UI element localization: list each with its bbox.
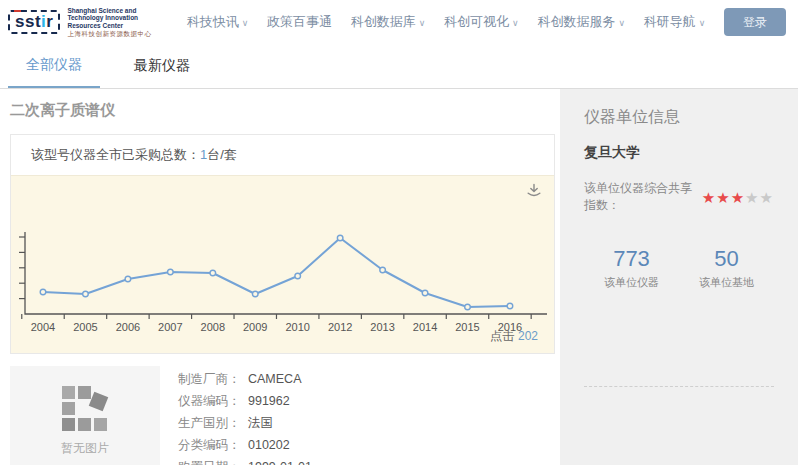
no-image-text: 暂无图片 xyxy=(61,440,109,457)
tagline-en-line3: Resources Center xyxy=(67,22,151,29)
stat-bases-value: 50 xyxy=(679,246,774,272)
detail-value: 991962 xyxy=(248,390,290,412)
chevron-down-icon: ∨ xyxy=(512,18,519,28)
svg-text:2013: 2013 xyxy=(370,321,394,333)
nav-item-label: 科创数据服务 xyxy=(537,14,615,29)
detail-label: 分类编码： xyxy=(178,434,248,456)
svg-text:2007: 2007 xyxy=(158,321,182,333)
nav-item-label: 科技快讯 xyxy=(187,14,239,29)
detail-label: 生产国别： xyxy=(178,412,248,434)
svg-text:2009: 2009 xyxy=(243,321,267,333)
detail-value: 法国 xyxy=(248,412,273,434)
nav-item-label: 科创数据库 xyxy=(351,14,416,29)
chevron-down-icon: ∨ xyxy=(419,18,426,28)
chevron-down-icon: ∨ xyxy=(242,18,249,28)
tagline-en-line2: Technology Innovation xyxy=(67,14,151,21)
detail-value: CAMECA xyxy=(248,368,301,390)
detail-row-manufacturer: 制造厂商：CAMECA xyxy=(178,368,312,390)
star-empty-icon: ★ xyxy=(760,189,774,206)
nav-item-policy[interactable]: 政策百事通 xyxy=(267,13,332,31)
trend-chart-canvas[interactable]: 2004200520062007200820092010201220132014… xyxy=(11,176,554,353)
svg-text:2006: 2006 xyxy=(116,321,140,333)
detail-label: 购置日期： xyxy=(178,456,248,465)
detail-label: 仪器编码： xyxy=(178,390,248,412)
star-filled-icon: ★ xyxy=(702,189,716,206)
unit-info-sidebar: 仪器单位信息 复旦大学 该单位仪器综合共享指数： ★★★★★ 773 该单位仪器… xyxy=(560,89,798,465)
detail-list: 制造厂商：CAMECA 仪器编码：991962 生产国别：法国 分类编码：010… xyxy=(178,366,312,465)
stat-instruments-value: 773 xyxy=(584,246,679,272)
detail-row-instrument-code: 仪器编码：991962 xyxy=(178,390,312,412)
detail-row-category-code: 分类编码：010202 xyxy=(178,434,312,456)
svg-text:2010: 2010 xyxy=(285,321,309,333)
instrument-tabbar: 全部仪器 最新仪器 xyxy=(0,44,798,89)
svg-text:2004: 2004 xyxy=(31,321,55,333)
brand-logo[interactable]: sstir Shanghai Science and Technology In… xyxy=(8,7,158,38)
detail-label: 制造厂商： xyxy=(178,368,248,390)
purchase-summary: 该型号仪器全市已采购总数：1台/套 xyxy=(11,135,554,176)
chevron-down-icon: ∨ xyxy=(618,18,625,28)
unit-stats: 773 该单位仪器 50 该单位基地 xyxy=(584,246,774,290)
content-area: 二次离子质谱仪 该型号仪器全市已采购总数：1台/套 20042005200620… xyxy=(0,89,798,465)
nav-item-research-nav[interactable]: 科研导航∨ xyxy=(644,13,706,31)
page-title: 二次离子质谱仪 xyxy=(10,101,560,120)
purchase-label: 该型号仪器全市已采购总数： xyxy=(31,147,200,162)
logo-text-r: r xyxy=(46,12,53,31)
svg-text:2005: 2005 xyxy=(73,321,97,333)
instrument-details: 暂无图片 制造厂商：CAMECA 仪器编码：991962 生产国别：法国 分类编… xyxy=(10,366,560,465)
click-count-label: 点击 xyxy=(490,329,514,343)
chevron-down-icon: ∨ xyxy=(699,18,706,28)
nav-item-label: 政策百事通 xyxy=(267,14,332,29)
tab-all-instruments[interactable]: 全部仪器 xyxy=(8,44,100,88)
broken-image-icon xyxy=(62,386,108,432)
click-count-value: 202 xyxy=(518,329,538,343)
main-column: 二次离子质谱仪 该型号仪器全市已采购总数：1台/套 20042005200620… xyxy=(0,89,560,465)
stat-bases-label: 该单位基地 xyxy=(679,275,774,290)
svg-text:2008: 2008 xyxy=(201,321,225,333)
star-rating: ★★★★★ xyxy=(702,190,774,205)
share-index-label: 该单位仪器综合共享指数： xyxy=(584,180,700,214)
tagline-zh: 上海科技创新资源数据中心 xyxy=(67,30,151,37)
detail-value: 010202 xyxy=(248,434,290,456)
sidebar-title: 仪器单位信息 xyxy=(584,107,774,128)
brand-tagline: Shanghai Science and Technology Innovati… xyxy=(67,7,151,38)
share-index-row: 该单位仪器综合共享指数： ★★★★★ xyxy=(584,180,774,214)
line-chart[interactable]: 2004200520062007200820092010201220132014… xyxy=(11,194,554,344)
star-empty-icon: ★ xyxy=(745,189,759,206)
click-count: 点击202 xyxy=(490,328,538,345)
star-filled-icon: ★ xyxy=(731,189,745,206)
svg-text:2014: 2014 xyxy=(413,321,437,333)
stat-instruments: 773 该单位仪器 xyxy=(584,246,679,290)
purchase-chart-card: 该型号仪器全市已采购总数：1台/套 2004200520062007200820… xyxy=(10,134,555,354)
no-image-placeholder: 暂无图片 xyxy=(10,366,160,465)
sstir-logo-mark: sstir xyxy=(8,10,60,34)
svg-text:2012: 2012 xyxy=(328,321,352,333)
main-nav: 科技快讯∨ 政策百事通 科创数据库∨ 科创可视化∨ 科创数据服务∨ 科研导航∨ xyxy=(168,13,724,31)
logo-red-accent xyxy=(14,10,21,12)
svg-text:2015: 2015 xyxy=(455,321,479,333)
detail-value: 1999-01-01 xyxy=(248,456,312,465)
organization-name[interactable]: 复旦大学 xyxy=(584,144,774,162)
nav-item-label: 科研导航 xyxy=(644,14,696,29)
stat-instruments-label: 该单位仪器 xyxy=(584,275,679,290)
nav-item-visualization[interactable]: 科创可视化∨ xyxy=(444,13,519,31)
login-button[interactable]: 登录 xyxy=(724,8,786,36)
tab-latest-instruments[interactable]: 最新仪器 xyxy=(116,44,208,88)
top-nav-bar: sstir Shanghai Science and Technology In… xyxy=(0,0,798,44)
detail-row-purchase-date: 购置日期：1999-01-01 xyxy=(178,456,312,465)
nav-item-label: 科创可视化 xyxy=(444,14,509,29)
nav-item-tech-news[interactable]: 科技快讯∨ xyxy=(187,13,249,31)
detail-row-country: 生产国别：法国 xyxy=(178,412,312,434)
star-filled-icon: ★ xyxy=(716,189,730,206)
nav-item-data-service[interactable]: 科创数据服务∨ xyxy=(537,13,625,31)
nav-item-database[interactable]: 科创数据库∨ xyxy=(351,13,426,31)
stat-bases: 50 该单位基地 xyxy=(679,246,774,290)
sidebar-divider xyxy=(584,386,774,387)
tagline-en-line1: Shanghai Science and xyxy=(67,7,151,14)
purchase-unit: 台/套 xyxy=(207,147,237,162)
logo-text: sst xyxy=(15,12,41,31)
